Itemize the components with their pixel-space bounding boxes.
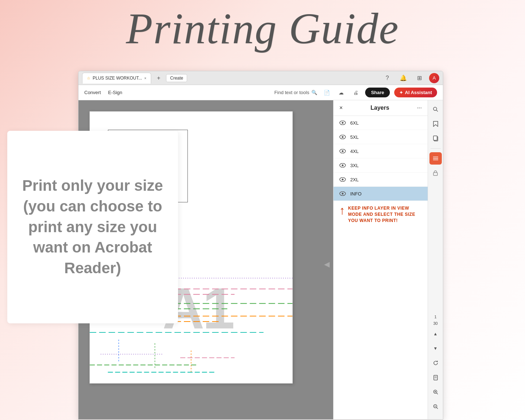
page-number: 1 xyxy=(434,315,436,319)
document-view-icon[interactable] xyxy=(429,371,442,384)
layer-eye-icon-4xl[interactable] xyxy=(339,147,347,155)
annotation-text: KEEP INFO LAYER IN VIEW MODE AND SELECT … xyxy=(348,205,422,223)
svg-point-20 xyxy=(342,150,344,152)
info-card-text: Print only your size (you can choose to … xyxy=(22,175,163,278)
layer-item-4xl[interactable]: 4XL xyxy=(334,144,428,158)
find-text-area[interactable]: Find text or tools 🔍 xyxy=(274,90,317,95)
layer-name-info: INFO xyxy=(350,191,362,197)
annotation-arrow-icon: ↑ xyxy=(339,204,345,217)
ai-assistant-button[interactable]: ✦ AI Assistant xyxy=(394,88,437,97)
layers-close-button[interactable]: × xyxy=(339,105,343,111)
svg-rect-35 xyxy=(433,173,437,175)
annotation-area: ↑ KEEP INFO LAYER IN VIEW MODE AND SELEC… xyxy=(334,201,428,228)
layers-list: 6XL 5XL 4XL xyxy=(334,116,428,201)
svg-rect-31 xyxy=(433,136,437,140)
toolbar-right: Find text or tools 🔍 📄 ☁ 🖨 Share ✦ AI As… xyxy=(274,88,437,98)
cloud-icon[interactable]: ☁ xyxy=(336,88,346,98)
document-icon[interactable]: 📄 xyxy=(322,88,332,98)
layer-name-5xl: 5XL xyxy=(350,134,359,140)
sidebar-layers-icon[interactable] xyxy=(429,152,442,165)
sidebar-copy-icon[interactable] xyxy=(429,132,442,145)
refresh-icon[interactable] xyxy=(429,357,442,369)
help-icon[interactable]: ? xyxy=(381,72,393,84)
layers-more-button[interactable]: ··· xyxy=(417,105,422,111)
tab-label: PLUS SIZE WORKOUT... xyxy=(93,76,142,81)
svg-line-42 xyxy=(436,393,438,395)
layer-item-3xl[interactable]: 3XL xyxy=(334,158,428,173)
sidebar-search-icon[interactable] xyxy=(429,103,442,116)
svg-point-22 xyxy=(342,165,344,166)
svg-point-26 xyxy=(342,193,344,195)
svg-line-28 xyxy=(436,110,438,112)
menu-convert[interactable]: Convert xyxy=(84,90,101,95)
layer-item-info[interactable]: INFO xyxy=(334,187,428,201)
layer-eye-icon-info[interactable] xyxy=(339,190,347,198)
tab-item[interactable]: ☆ PLUS SIZE WORKOUT... × xyxy=(82,73,151,84)
menu-esign[interactable]: E-Sign xyxy=(108,90,122,95)
zoom-in-icon[interactable] xyxy=(429,386,442,398)
find-text-label: Find text or tools xyxy=(274,90,309,95)
svg-point-16 xyxy=(342,122,344,124)
scroll-arrow-icon[interactable]: ◀ xyxy=(324,260,330,268)
svg-point-27 xyxy=(433,107,437,110)
layer-name-3xl: 3XL xyxy=(350,163,359,168)
print-icon[interactable]: 🖨 xyxy=(351,88,361,98)
layer-name-2xl: 2XL xyxy=(350,177,359,182)
user-avatar[interactable]: A xyxy=(429,73,439,83)
share-button[interactable]: Share xyxy=(365,88,390,97)
layer-item-5xl[interactable]: 5XL xyxy=(334,130,428,144)
layers-title: Layers xyxy=(371,105,389,111)
svg-point-24 xyxy=(342,179,344,181)
layer-name-6xl: 6XL xyxy=(350,120,359,126)
layer-item-6xl[interactable]: 6XL xyxy=(334,116,428,130)
layers-header: × Layers ··· xyxy=(334,100,428,116)
layer-item-2xl[interactable]: 2XL xyxy=(334,173,428,187)
toolbar: Convert E-Sign Find text or tools 🔍 📄 ☁ … xyxy=(78,85,443,100)
layer-eye-icon-3xl[interactable] xyxy=(339,161,347,169)
layer-name-4xl: 4XL xyxy=(350,149,359,154)
sidebar-divider xyxy=(431,148,441,149)
layer-eye-icon-2xl[interactable] xyxy=(339,175,347,183)
sidebar-lock-icon[interactable] xyxy=(429,167,442,179)
layer-eye-icon-5xl[interactable] xyxy=(339,133,347,141)
chevron-up-icon[interactable]: ▲ xyxy=(429,328,442,340)
svg-point-18 xyxy=(342,136,344,138)
new-tab-button[interactable]: + xyxy=(154,75,163,81)
zoom-out-icon[interactable] xyxy=(429,400,442,413)
svg-marker-29 xyxy=(433,121,438,126)
tab-bar: ☆ PLUS SIZE WORKOUT... × + Create ? 🔔 ⊞ … xyxy=(78,71,443,85)
tab-close-icon[interactable]: × xyxy=(144,76,146,80)
info-card: Print only your size (you can choose to … xyxy=(7,131,178,323)
page-count: 30 xyxy=(433,321,437,326)
right-sidebar: 1 30 ▲ ▼ xyxy=(428,100,443,419)
apps-icon[interactable]: ⊞ xyxy=(413,72,425,84)
search-icon: 🔍 xyxy=(311,90,317,95)
chevron-down-icon[interactable]: ▼ xyxy=(429,342,442,355)
create-button[interactable]: Create xyxy=(166,74,187,82)
ai-icon: ✦ xyxy=(399,90,403,95)
tab-star-icon: ☆ xyxy=(87,76,90,81)
notification-icon[interactable]: 🔔 xyxy=(397,72,409,84)
layers-panel: × Layers ··· 6XL 5XL xyxy=(333,100,428,419)
svg-line-45 xyxy=(436,408,438,409)
layer-eye-icon-6xl[interactable] xyxy=(339,119,347,127)
sidebar-bookmark-icon[interactable] xyxy=(429,118,442,130)
